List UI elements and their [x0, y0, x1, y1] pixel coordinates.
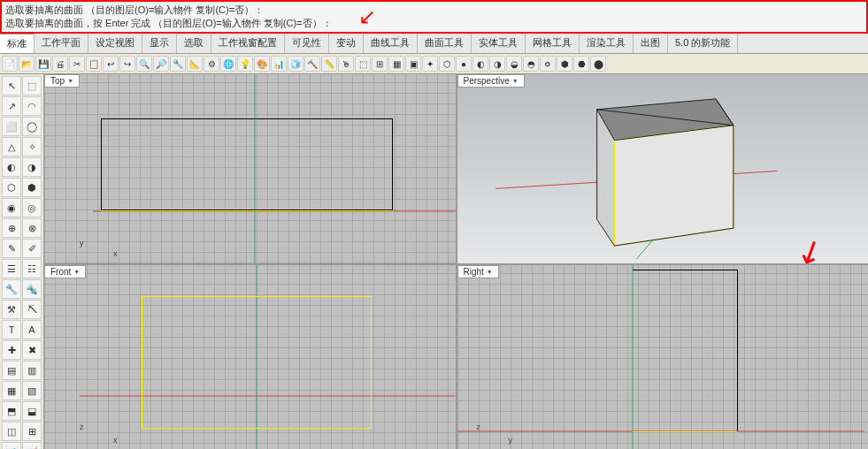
tool-button-18[interactable]: ☰ [2, 259, 21, 278]
tool-button-12[interactable]: ◉ [2, 198, 21, 217]
tool-button-13[interactable]: ◎ [22, 198, 42, 217]
toolbar-button-34[interactable]: ⬣ [573, 56, 589, 72]
tool-button-23[interactable]: ⛏ [22, 300, 42, 319]
toolbar-button-1[interactable]: 📂 [19, 56, 35, 72]
tool-button-21[interactable]: 🔩 [22, 279, 42, 299]
tab-7[interactable]: 变动 [329, 34, 364, 53]
tool-button-27[interactable]: ✖ [22, 340, 42, 360]
tool-button-26[interactable]: ✚ [2, 340, 21, 360]
toolbar-button-22[interactable]: ⊞ [372, 56, 388, 72]
toolbar-button-0[interactable]: 📄 [2, 56, 18, 72]
toolbar-button-13[interactable]: 🌐 [220, 56, 236, 72]
tool-button-25[interactable]: A [22, 320, 42, 339]
tool-button-20[interactable]: 🔧 [2, 279, 21, 299]
tab-13[interactable]: 出图 [634, 34, 668, 53]
tool-button-16[interactable]: ✎ [2, 239, 21, 258]
tool-button-35[interactable]: ⊞ [22, 422, 42, 441]
tab-1[interactable]: 工作平面 [35, 34, 88, 53]
tab-5[interactable]: 工作视窗配置 [211, 34, 285, 53]
viewport-right-label[interactable]: Right ▼ [457, 265, 499, 278]
tool-button-31[interactable]: ▧ [22, 381, 42, 400]
toolbar-button-5[interactable]: 📋 [86, 56, 102, 72]
toolbar-button-7[interactable]: ↪ [119, 56, 135, 72]
toolbar-button-27[interactable]: ● [456, 56, 472, 72]
toolbar-button-2[interactable]: 💾 [35, 56, 51, 72]
toolbar-button-6[interactable]: ↩ [103, 56, 119, 72]
toolbar-button-19[interactable]: 📏 [321, 56, 337, 72]
tab-12[interactable]: 渲染工具 [580, 34, 634, 53]
toolbar-button-4[interactable]: ✂ [69, 56, 85, 72]
tool-button-30[interactable]: ▦ [2, 381, 21, 400]
toolbar-button-32[interactable]: ⭘ [540, 56, 556, 72]
tool-button-14[interactable]: ⊕ [2, 218, 21, 238]
tool-button-15[interactable]: ⊗ [22, 218, 42, 238]
toolbar-button-17[interactable]: 🧊 [288, 56, 303, 72]
toolbar-button-14[interactable]: 💡 [237, 56, 253, 72]
toolbar-button-31[interactable]: ◓ [523, 56, 539, 72]
toolbar-button-30[interactable]: ◒ [506, 56, 522, 72]
toolbar-button-23[interactable]: ▦ [388, 56, 404, 72]
viewport-top[interactable]: Top ▼ y x [44, 74, 456, 263]
toolbar-button-15[interactable]: 🎨 [254, 56, 270, 72]
viewport-right[interactable]: Right ▼ z y [457, 265, 869, 449]
tab-4[interactable]: 选取 [177, 34, 211, 53]
tab-8[interactable]: 曲线工具 [364, 34, 418, 53]
left-tool-palette: ↖⬚↗◠⬜◯△✧◐◑⬡⬢◉◎⊕⊗✎✐☰☷🔧🔩⚒⛏TA✚✖▤▥▦▧⬒⬓◫⊞📊📈⊟⊡ [0, 74, 44, 449]
tool-button-33[interactable]: ⬓ [22, 401, 42, 421]
toolbar-button-26[interactable]: ⬡ [439, 56, 455, 72]
toolbar-button-12[interactable]: ⚙ [204, 56, 219, 72]
tool-button-1[interactable]: ⬚ [22, 76, 42, 95]
tool-button-2[interactable]: ↗ [2, 96, 21, 116]
tab-14[interactable]: 5.0 的新功能 [668, 34, 738, 53]
toolbar-button-8[interactable]: 🔍 [136, 56, 152, 72]
toolbar-button-18[interactable]: 🔨 [304, 56, 320, 72]
viewport-front-label[interactable]: Front ▼ [44, 265, 86, 278]
toolbar-button-33[interactable]: ⬢ [557, 56, 572, 72]
tab-6[interactable]: 可见性 [285, 34, 329, 53]
tool-button-34[interactable]: ◫ [2, 422, 21, 441]
toolbar-button-29[interactable]: ◑ [489, 56, 505, 72]
tool-button-6[interactable]: △ [2, 137, 21, 156]
tool-button-8[interactable]: ◐ [2, 157, 21, 177]
tool-button-17[interactable]: ✐ [22, 239, 42, 258]
toolbar-button-10[interactable]: 🔧 [170, 56, 186, 72]
toolbar-button-25[interactable]: ✦ [422, 56, 438, 72]
axis-y-label: y [509, 436, 513, 445]
tool-button-10[interactable]: ⬡ [2, 178, 21, 197]
tool-button-32[interactable]: ⬒ [2, 401, 21, 421]
tool-button-28[interactable]: ▤ [2, 361, 21, 380]
tool-button-0[interactable]: ↖ [2, 76, 21, 95]
toolbar-button-3[interactable]: 🖨 [52, 56, 68, 72]
tool-button-22[interactable]: ⚒ [2, 300, 21, 319]
command-current-line[interactable]: 选取要抽离的曲面，按 Enter 完成 （目的图层(O)=输入物件 复制(C)=… [5, 17, 863, 30]
tool-button-37[interactable]: 📈 [22, 442, 42, 449]
toolbar-button-35[interactable]: ⬤ [590, 56, 606, 72]
tool-button-4[interactable]: ⬜ [2, 117, 21, 136]
tab-3[interactable]: 显示 [142, 34, 177, 53]
tool-button-36[interactable]: 📊 [2, 442, 21, 449]
viewport-perspective[interactable]: Perspective ▼ [457, 74, 869, 263]
toolbar-button-11[interactable]: 📐 [187, 56, 203, 72]
tool-button-3[interactable]: ◠ [22, 96, 42, 116]
viewport-perspective-label[interactable]: Perspective ▼ [457, 74, 525, 88]
tab-10[interactable]: 实体工具 [472, 34, 526, 53]
toolbar-button-9[interactable]: 🔎 [153, 56, 169, 72]
viewport-top-label[interactable]: Top ▼ [44, 74, 80, 88]
toolbar-button-24[interactable]: ▣ [405, 56, 421, 72]
tool-button-19[interactable]: ☷ [22, 259, 42, 278]
tool-button-29[interactable]: ▥ [22, 361, 42, 380]
toolbar-button-16[interactable]: 📊 [271, 56, 287, 72]
tool-button-5[interactable]: ◯ [22, 117, 42, 136]
tool-button-24[interactable]: T [2, 320, 21, 339]
tool-button-11[interactable]: ⬢ [22, 178, 42, 197]
toolbar-button-21[interactable]: ⬚ [355, 56, 371, 72]
tab-2[interactable]: 设定视图 [88, 34, 142, 53]
toolbar-button-28[interactable]: ◐ [472, 56, 488, 72]
toolbar-button-20[interactable]: 🖱 [338, 56, 354, 72]
tool-button-9[interactable]: ◑ [22, 157, 42, 177]
viewport-front[interactable]: Front ▼ z x [44, 265, 456, 449]
tab-11[interactable]: 网格工具 [526, 34, 580, 53]
tab-9[interactable]: 曲面工具 [418, 34, 472, 53]
tool-button-7[interactable]: ✧ [22, 137, 42, 156]
tab-0[interactable]: 标准 [0, 34, 35, 53]
